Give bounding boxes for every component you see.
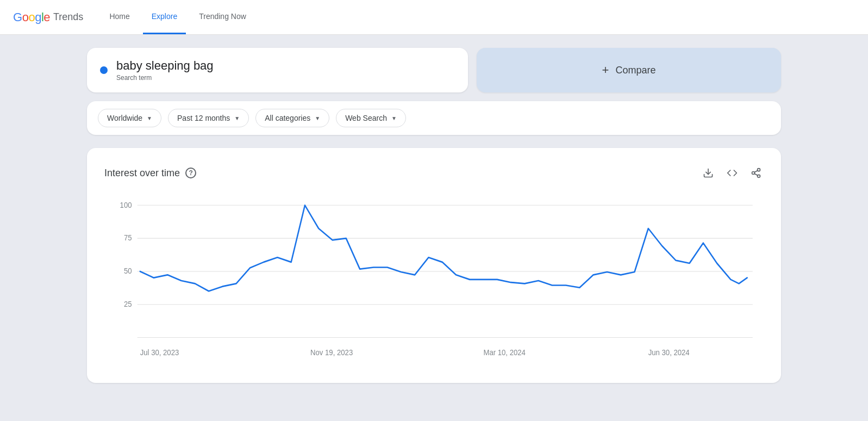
filter-row: Worldwide ▼ Past 12 months ▼ All categor… bbox=[87, 101, 781, 135]
filter-category-arrow: ▼ bbox=[315, 115, 320, 121]
filter-type-arrow: ▼ bbox=[391, 115, 397, 121]
main-content: baby sleeping bag Search term + Compare … bbox=[0, 35, 868, 396]
interest-chart: 100 75 50 25 Jul 30, 2023 Nov 19, 2023 M… bbox=[104, 194, 764, 368]
svg-text:75: 75 bbox=[124, 234, 132, 242]
chart-title: Interest over time bbox=[104, 168, 180, 179]
nav-item-trending[interactable]: Trending Now bbox=[190, 0, 255, 34]
filter-time-arrow: ▼ bbox=[234, 115, 240, 121]
filter-time-btn[interactable]: Past 12 months ▼ bbox=[168, 109, 249, 127]
logo-trends: Trends bbox=[53, 11, 83, 23]
search-term-info: baby sleeping bag Search term bbox=[116, 59, 214, 82]
logo-google: Google bbox=[13, 10, 50, 24]
logo: Google Trends bbox=[13, 10, 83, 24]
logo-g-blue: G bbox=[13, 10, 22, 24]
search-card: baby sleeping bag Search term bbox=[87, 48, 468, 92]
header: Google Trends Home Explore Trending Now bbox=[0, 0, 868, 35]
nav-item-explore[interactable]: Explore bbox=[143, 0, 186, 34]
compare-plus-icon: + bbox=[602, 63, 609, 77]
svg-text:Nov 19, 2023: Nov 19, 2023 bbox=[310, 348, 353, 356]
chart-title-group: Interest over time ? bbox=[104, 168, 196, 179]
logo-g-red: o bbox=[22, 10, 29, 24]
logo-g-yellow: o bbox=[28, 10, 35, 24]
svg-line-4 bbox=[754, 174, 758, 175]
embed-button[interactable] bbox=[725, 165, 740, 181]
logo-g-blue2: g bbox=[35, 10, 41, 24]
filter-location-arrow: ▼ bbox=[147, 115, 152, 121]
nav-item-home[interactable]: Home bbox=[101, 0, 138, 34]
svg-line-5 bbox=[754, 170, 758, 172]
main-nav: Home Explore Trending Now bbox=[101, 0, 254, 34]
search-term-label: Search term bbox=[116, 74, 214, 82]
search-term-text: baby sleeping bag bbox=[116, 59, 214, 73]
search-dot bbox=[100, 66, 108, 74]
filter-time-label: Past 12 months bbox=[177, 114, 230, 122]
svg-text:Jul 30, 2023: Jul 30, 2023 bbox=[140, 348, 179, 356]
chart-header: Interest over time ? bbox=[104, 165, 764, 181]
logo-g-red2: e bbox=[43, 10, 50, 24]
chart-container: 100 75 50 25 Jul 30, 2023 Nov 19, 2023 M… bbox=[104, 194, 764, 370]
filter-type-btn[interactable]: Web Search ▼ bbox=[336, 109, 406, 127]
filter-category-btn[interactable]: All categories ▼ bbox=[255, 109, 329, 127]
compare-label: Compare bbox=[615, 65, 655, 76]
help-icon[interactable]: ? bbox=[185, 168, 196, 178]
svg-text:Jun 30, 2024: Jun 30, 2024 bbox=[648, 348, 690, 356]
filter-location-btn[interactable]: Worldwide ▼ bbox=[98, 109, 161, 127]
share-button[interactable] bbox=[748, 165, 764, 181]
chart-card: Interest over time ? bbox=[87, 148, 781, 383]
compare-card[interactable]: + Compare bbox=[477, 48, 781, 92]
download-button[interactable] bbox=[701, 165, 716, 181]
filter-category-label: All categories bbox=[265, 114, 310, 122]
svg-text:25: 25 bbox=[124, 300, 132, 308]
filter-location-label: Worldwide bbox=[107, 114, 142, 122]
svg-text:100: 100 bbox=[120, 201, 132, 209]
svg-text:Mar 10, 2024: Mar 10, 2024 bbox=[483, 348, 526, 356]
chart-actions bbox=[701, 165, 764, 181]
search-row: baby sleeping bag Search term + Compare bbox=[87, 48, 781, 92]
svg-text:50: 50 bbox=[124, 267, 132, 275]
filter-type-label: Web Search bbox=[345, 114, 387, 122]
